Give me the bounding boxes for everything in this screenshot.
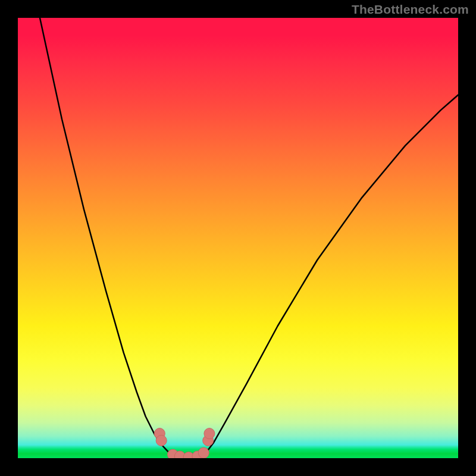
curve-layer [18,18,458,458]
trough-markers [154,428,215,458]
trough-marker [156,435,167,446]
trough-marker [198,447,209,458]
plot-area [18,18,458,458]
curve-path [40,18,458,458]
outer-frame: TheBottleneck.com [0,0,476,476]
trough-marker [204,428,215,439]
attribution-text: TheBottleneck.com [352,2,469,17]
bottleneck-curve [40,18,458,458]
